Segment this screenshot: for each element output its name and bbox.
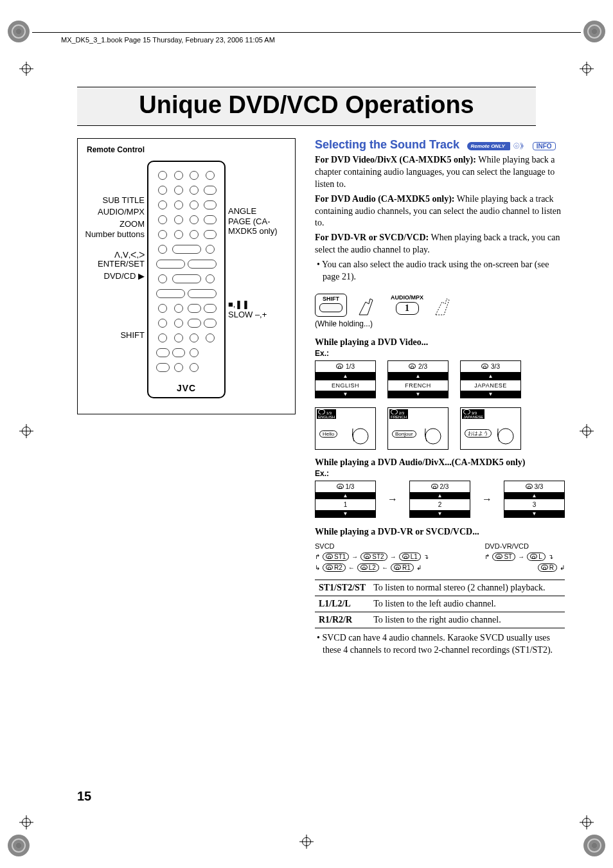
ex-label-2: Ex.: bbox=[315, 469, 565, 478]
reg-mark-left-top bbox=[19, 62, 33, 76]
tv-english: 1/3ENGLISH Hello bbox=[315, 407, 376, 450]
remote-heading: Remote Control bbox=[87, 145, 292, 154]
arrow-icon: → bbox=[482, 493, 492, 505]
channel-description-table: ST1/ST2/STTo listen to normal stereo (2 … bbox=[315, 580, 565, 628]
remote-button-grid bbox=[152, 166, 220, 380]
label-number-buttons: Number buttons bbox=[80, 230, 145, 239]
page-title: Unique DVD/VCD Operations bbox=[77, 91, 536, 119]
label-cursor-enter: ᐱ,ᐯ,ᐸ,ᐳ ENTER/SET bbox=[80, 251, 145, 269]
section-header-row: Selecting the Sound Track Remote ONLY ⦾⟫… bbox=[315, 138, 565, 152]
subhead-dvd-vr-svcd: While playing a DVD-VR or SVCD/VCD... bbox=[315, 527, 565, 537]
reg-mark-right-bot bbox=[580, 815, 594, 829]
label-subtitle: SUB TITLE bbox=[80, 196, 145, 205]
info-badge: INFO bbox=[533, 142, 556, 150]
finger-icon-left bbox=[356, 292, 382, 318]
svg-point-1 bbox=[425, 429, 441, 444]
right-column: Selecting the Sound Track Remote ONLY ⦾⟫… bbox=[315, 138, 565, 659]
label-shift: SHIFT bbox=[80, 331, 145, 340]
remote-control-diagram: Remote Control SUB TITLE AUDIO/MPX ZOOM … bbox=[77, 138, 296, 414]
press-diagram: SHIFT AUDIO/MPX 1 bbox=[315, 292, 565, 318]
remote-illustration: JVC bbox=[147, 161, 226, 398]
remote-right-labels: ANGLE PAGE (CA-MXDK5 only) ■,❚❚ SLOW –,+ bbox=[228, 161, 292, 398]
jvc-logo: JVC bbox=[177, 383, 196, 393]
label-audio-mpx: AUDIO/MPX bbox=[80, 208, 145, 217]
crop-mark-tl bbox=[8, 21, 30, 42]
lang-item-japanese: 3/3 ▲ JAPANESE ▼ bbox=[460, 360, 521, 398]
tv-french: 2/3FRENCH Bonjour bbox=[387, 407, 449, 450]
subhead-dvd-video: While playing a DVD Video... bbox=[315, 337, 565, 348]
audio-item-3: 3/3 ▲ 3 ▼ bbox=[504, 481, 565, 518]
label-page: PAGE (CA-MXDK5 only) bbox=[228, 217, 292, 236]
tv-screen-row: 1/3ENGLISH Hello 2/3FRENCH Bonjour 3/3JA… bbox=[315, 407, 565, 450]
header-rule bbox=[32, 32, 581, 33]
while-holding-note: (While holding...) bbox=[315, 319, 565, 328]
finger-icon-right bbox=[432, 292, 458, 318]
bullet-onscreen-bar: You can also select the audio track usin… bbox=[315, 259, 565, 283]
shift-button-illustration: SHIFT bbox=[315, 294, 347, 317]
language-indicator-row: 1/3 ▲ ENGLISH ▼ 2/3 ▲ FRENCH ▼ 3/3 ▲ JAP… bbox=[315, 360, 565, 398]
para-dvd-audio: For DVD Audio (CA-MXDK5 only): While pla… bbox=[315, 193, 565, 230]
audio-track-row: 1/3 ▲ 1 ▼ → 2/3 ▲ 2 ▼ → 3/3 ▲ 3 ▼ bbox=[315, 481, 565, 518]
reg-mark-left-mid bbox=[19, 424, 33, 438]
left-column: Remote Control SUB TITLE AUDIO/MPX ZOOM … bbox=[77, 138, 296, 659]
remote-left-labels: SUB TITLE AUDIO/MPX ZOOM Number buttons … bbox=[80, 161, 145, 398]
ex-label-1: Ex.: bbox=[315, 349, 565, 358]
section-heading: Selecting the Sound Track bbox=[315, 138, 459, 152]
table-row: L1/L2/LTo listen to the left audio chann… bbox=[315, 596, 565, 612]
remote-only-badge: Remote ONLY bbox=[467, 142, 510, 150]
crop-mark-bl bbox=[8, 835, 30, 856]
crop-mark-br bbox=[583, 835, 605, 856]
lang-item-french: 2/3 ▲ FRENCH ▼ bbox=[387, 360, 449, 398]
table-row: ST1/ST2/STTo listen to normal stereo (2 … bbox=[315, 580, 565, 596]
svg-point-2 bbox=[498, 429, 513, 444]
label-slow: SLOW –,+ bbox=[228, 310, 292, 319]
audio-item-1: 1/3 ▲ 1 ▼ bbox=[315, 481, 376, 518]
subhead-dvd-audio: While playing a DVD Audio/DivX...(CA-MXD… bbox=[315, 457, 565, 468]
svg-point-0 bbox=[353, 429, 368, 444]
crop-mark-tr bbox=[583, 21, 605, 42]
label-dvd-cd: DVD/CD ▶ bbox=[80, 272, 145, 281]
footnote-svcd: SVCD can have 4 audio channels. Karaoke … bbox=[315, 632, 565, 657]
reg-mark-right-top bbox=[580, 62, 594, 76]
content-area: Remote Control SUB TITLE AUDIO/MPX ZOOM … bbox=[77, 138, 536, 659]
page-number: 15 bbox=[77, 789, 91, 804]
para-dvd-vr: For DVD-VR or SVCD/VCD: When playing bac… bbox=[315, 232, 565, 256]
arrow-icon: → bbox=[387, 493, 398, 505]
para-dvd-video: For DVD Video/DivX (CA-MXDK5 only): Whil… bbox=[315, 154, 565, 191]
tv-japanese: 3/3JAPANESE おはよう bbox=[460, 407, 521, 450]
label-angle: ANGLE bbox=[228, 207, 292, 216]
svcd-cycle: SVCD ↱ ST1→ ST2→ L1 ↴ ↳ R2← L2← R1 ↲ bbox=[315, 542, 459, 572]
label-stop-pause: ■,❚❚ bbox=[228, 300, 292, 309]
audio-item-2: 2/3 ▲ 2 ▼ bbox=[409, 481, 470, 518]
audio-mpx-button-illustration: AUDIO/MPX 1 bbox=[391, 294, 423, 316]
reg-mark-bottom-center bbox=[299, 835, 314, 849]
dvdvr-cycle: DVD-VR/VCD ↱ ST→ L ↴ R ↲ bbox=[484, 542, 565, 572]
broadcast-icon: ⦾⟫ bbox=[513, 141, 524, 151]
label-zoom: ZOOM bbox=[80, 220, 145, 229]
table-row: R1/R2/RTo listen to the right audio chan… bbox=[315, 612, 565, 628]
reg-mark-right-mid bbox=[580, 424, 594, 438]
reg-mark-left-bot bbox=[19, 815, 33, 829]
cycle-diagrams: SVCD ↱ ST1→ ST2→ L1 ↴ ↳ R2← L2← R1 ↲ DVD… bbox=[315, 542, 565, 572]
book-header-text: MX_DK5_3_1.book Page 15 Thursday, Februa… bbox=[61, 36, 275, 44]
lang-item-english: 1/3 ▲ ENGLISH ▼ bbox=[315, 360, 376, 398]
page-title-banner: Unique DVD/VCD Operations bbox=[77, 87, 536, 126]
